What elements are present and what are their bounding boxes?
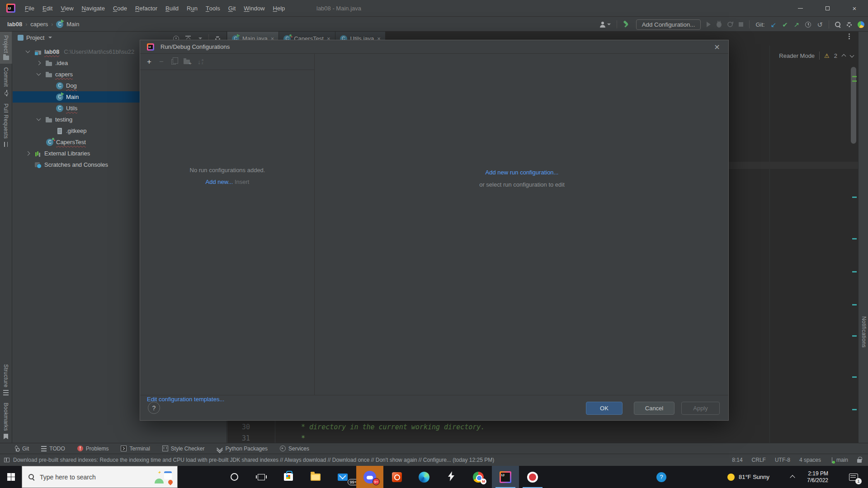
taskbar-mail-button[interactable]: 99+ — [329, 466, 356, 488]
breadcrumb-item-capers[interactable]: capers — [30, 21, 48, 28]
view-options-icon[interactable] — [198, 38, 202, 39]
layout-icon[interactable] — [4, 458, 9, 462]
menu-build[interactable]: Build — [161, 0, 183, 16]
dialog-close-icon[interactable]: ✕ — [710, 40, 724, 54]
stripe-item-commit[interactable]: Commit — [0, 64, 12, 99]
minimize-button[interactable] — [787, 0, 814, 17]
build-hammer-icon[interactable] — [623, 21, 630, 28]
weather-widget[interactable]: 81°F Sunny — [727, 474, 769, 481]
start-button[interactable] — [0, 466, 22, 488]
menu-code[interactable]: Code — [109, 0, 131, 16]
ok-button[interactable]: OK — [586, 402, 623, 415]
code-line[interactable]: 31* — [227, 433, 634, 444]
menu-run[interactable]: Run — [183, 0, 202, 16]
taskbar-edge-button[interactable] — [410, 466, 438, 488]
taskbar-lightning-button[interactable] — [438, 466, 465, 488]
more-options-kebab-icon[interactable] — [848, 33, 850, 41]
next-warning-chevron-icon[interactable] — [850, 54, 854, 57]
git-update-icon[interactable]: ↙ — [771, 21, 777, 28]
remove-icon[interactable]: − — [159, 58, 164, 66]
tool-tab-git[interactable]: Git — [14, 446, 29, 452]
search-highlights-icon[interactable]: ✦ — [155, 470, 173, 484]
menu-navigate[interactable]: Navigate — [78, 0, 109, 16]
line-ending[interactable]: CRLF — [752, 457, 766, 463]
add-configuration-button[interactable]: Add Configuration... — [636, 19, 701, 30]
taskbar-cortana-button[interactable] — [221, 466, 248, 488]
chevron-down-icon[interactable] — [35, 71, 42, 78]
undo-icon[interactable]: ↺ — [817, 21, 823, 28]
user-account-icon[interactable] — [599, 22, 611, 28]
indent-setting[interactable]: 4 spaces — [799, 457, 821, 463]
menu-git[interactable]: Git — [224, 0, 240, 16]
settings-gear-icon[interactable] — [847, 22, 852, 27]
debug-icon[interactable] — [717, 22, 722, 28]
chevron-down-icon[interactable] — [24, 48, 32, 56]
sort-alphabetically-icon[interactable]: ↓ — [198, 59, 201, 65]
git-commit-icon[interactable]: ✔ — [782, 21, 788, 28]
caret-position[interactable]: 8:14 — [732, 457, 742, 463]
status-message[interactable]: Download pre-built shared indexes: Reduc… — [13, 457, 494, 463]
code-line[interactable]: 30* directory in the current working dir… — [227, 422, 634, 432]
help-button[interactable]: ? — [148, 402, 160, 414]
menu-view[interactable]: View — [57, 0, 77, 16]
close-button[interactable]: × — [841, 0, 868, 17]
taskbar-chrome-button[interactable]: M — [465, 466, 492, 488]
tool-tab-python-packages[interactable]: Python Packages — [217, 446, 268, 452]
encoding[interactable]: UTF-8 — [775, 457, 790, 463]
git-push-icon[interactable]: ↗ — [794, 21, 800, 28]
menu-help[interactable]: Help — [269, 0, 289, 16]
dialog-header[interactable]: Run/Debug Configurations ✕ — [140, 40, 728, 54]
tool-tab-services[interactable]: Services — [280, 446, 309, 452]
breadcrumb-item-main[interactable]: Main — [66, 21, 79, 28]
lock-icon[interactable] — [857, 459, 862, 463]
taskbar-discord-button[interactable]: 9+ — [356, 466, 383, 488]
stop-icon[interactable] — [739, 22, 743, 27]
reader-mode-label[interactable]: Reader Mode — [779, 52, 815, 59]
maximize-button[interactable] — [814, 0, 841, 17]
stripe-item-bookmarks[interactable]: Bookmarks — [0, 399, 12, 443]
profiler-icon[interactable] — [727, 22, 733, 27]
cancel-button[interactable]: Cancel — [634, 402, 675, 415]
run-icon[interactable] — [707, 22, 711, 27]
taskbar-recorder-button[interactable] — [519, 466, 546, 488]
menu-edit[interactable]: Edit — [38, 0, 57, 16]
new-folder-icon[interactable] — [184, 60, 190, 64]
taskbar-file-explorer-button[interactable] — [302, 466, 329, 488]
chevron-right-icon[interactable] — [24, 150, 32, 157]
plugin-colorful-icon[interactable] — [858, 21, 864, 28]
tray-help-icon[interactable]: ? — [656, 472, 666, 482]
taskbar-store-button[interactable] — [275, 466, 302, 488]
stripe-item-structure[interactable]: Structure — [0, 361, 12, 399]
copy-icon[interactable] — [171, 59, 176, 65]
taskbar-intellij-button[interactable] — [492, 466, 519, 488]
menu-tools[interactable]: Tools — [202, 0, 224, 16]
stripe-item-notifications[interactable]: Notifications — [861, 316, 867, 347]
taskbar-office-button[interactable] — [383, 466, 410, 488]
git-branch-widget[interactable]: main — [830, 457, 848, 463]
add-new-link[interactable]: Add new... — [206, 178, 233, 185]
hidden-icons-chevron-icon[interactable] — [791, 475, 795, 479]
chevron-right-icon[interactable] — [35, 60, 42, 67]
taskbar-clock[interactable]: 2:19 PM 7/6/2022 — [807, 470, 828, 484]
history-clock-icon[interactable] — [805, 22, 811, 28]
add-new-run-configuration-link[interactable]: Add new run configuration... — [486, 169, 559, 176]
editor-scrollbar[interactable] — [851, 67, 856, 144]
tool-tab-style-checker[interactable]: Style Checker — [162, 446, 205, 452]
taskbar-search-box[interactable]: Type here to search ✦ — [22, 466, 178, 488]
tool-tab-terminal[interactable]: Terminal — [121, 446, 150, 452]
search-everywhere-icon[interactable] — [835, 22, 841, 28]
tool-tab-todo[interactable]: TODO — [41, 446, 65, 452]
apply-button[interactable]: Apply — [681, 402, 720, 415]
menu-window[interactable]: Window — [240, 0, 269, 16]
breadcrumb-item-lab08[interactable]: lab08 — [7, 21, 22, 28]
stripe-item-pull-requests[interactable]: Pull Requests — [0, 100, 12, 151]
chevron-down-icon[interactable] — [35, 116, 42, 123]
tool-tab-problems[interactable]: Problems — [77, 446, 109, 452]
previous-warning-chevron-icon[interactable] — [842, 54, 845, 57]
add-icon[interactable]: + — [147, 58, 151, 66]
menu-file[interactable]: File — [21, 0, 38, 16]
warning-count[interactable]: 2 — [834, 52, 837, 59]
menu-refactor[interactable]: Refactor — [131, 0, 161, 16]
taskbar-task-view-button[interactable] — [248, 466, 275, 488]
stripe-item-project[interactable]: Project — [0, 32, 12, 64]
